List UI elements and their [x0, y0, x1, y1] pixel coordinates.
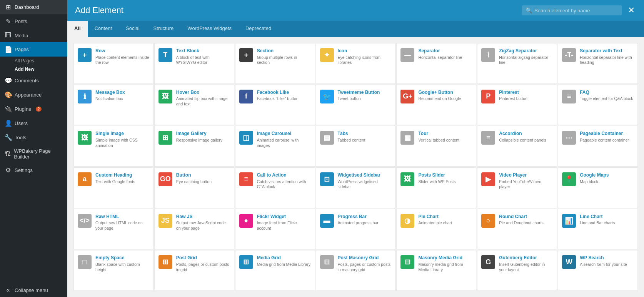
tab-wordpress-widgets[interactable]: WordPress Widgets [180, 21, 239, 37]
modal-title: Add Element [75, 5, 123, 15]
element-name: Empty Space [95, 255, 149, 261]
element-card-call-to-action[interactable]: ≡Call to ActionCatch visitors attention … [235, 167, 315, 208]
sidebar-item-collapse[interactable]: « Collapse menu [0, 283, 67, 297]
sidebar-item-appearance[interactable]: 🎨 Appearance [0, 88, 67, 102]
element-card-separator[interactable]: —SeparatorHorizontal separator line [396, 43, 476, 84]
element-name: Widgetised Sidebar [338, 172, 392, 179]
element-icon: 🐦 [320, 90, 334, 103]
element-card-message-box[interactable]: ℹMessage BoxNotification box [73, 85, 153, 125]
element-card-video-player[interactable]: ▶Video PlayerEmbed YouTube/Vimeo player [477, 167, 557, 208]
element-icon: ℹ [78, 90, 92, 103]
element-name: Round Chart [499, 214, 553, 220]
tab-all[interactable]: All [67, 21, 88, 37]
sidebar-item-posts[interactable]: ✎ Posts [0, 14, 67, 28]
sidebar: ⊞ Dashboard ✎ Posts 🎞 Media 📄 Pages All … [0, 0, 67, 297]
sidebar-item-dashboard[interactable]: ⊞ Dashboard [0, 0, 67, 14]
element-name: Google Maps [580, 172, 634, 179]
element-icon: P [481, 90, 495, 103]
element-card-round-chart[interactable]: ○Round ChartPie and Doughnut charts [477, 209, 557, 250]
element-card-line-chart[interactable]: 📊Line ChartLine and Bar charts [558, 209, 638, 250]
element-card-custom-heading[interactable]: aCustom HeadingText with Google fonts [73, 167, 153, 208]
element-card-section[interactable]: +SectionGroup multiple rows in section [235, 43, 315, 84]
sidebar-item-media[interactable]: 🎞 Media [0, 28, 67, 42]
element-desc: Catch visitors attention with CTA block [257, 179, 311, 190]
element-card-wp-search[interactable]: WWP SearchA search form for your site [558, 250, 638, 291]
element-card-masonry-media-grid[interactable]: ⊟Masonry Media GridMasonry media grid fr… [396, 250, 476, 291]
element-desc: Output raw JavaScript code on your page [176, 220, 230, 231]
element-card-flickr-widget[interactable]: ●Flickr WidgetImage feed from Flickr acc… [235, 209, 315, 250]
sidebar-sub-add-new[interactable]: Add New [0, 65, 67, 73]
element-icon: □ [78, 255, 92, 269]
element-card-faq[interactable]: ≡FAQToggle element for Q&A block [558, 85, 638, 125]
element-name: Flickr Widget [257, 214, 311, 220]
appearance-icon: 🎨 [5, 91, 12, 98]
element-card-posts-slider[interactable]: 🖼Posts SliderSlider with WP Posts [396, 167, 476, 208]
media-icon: 🎞 [5, 32, 12, 39]
element-desc: A block of text with WYSIWYG editor [176, 55, 230, 65]
element-card-google-maps[interactable]: 📍Google MapsMap block [558, 167, 638, 208]
element-card-zigzag-separator[interactable]: ⌇ZigZag SeparatorHorizontal zigzag separ… [477, 43, 557, 84]
element-card-tabs[interactable]: ▤TabsTabbed content [316, 126, 396, 167]
element-card-button[interactable]: GOButtonEye catching button [154, 167, 234, 208]
sidebar-item-users[interactable]: 👤 Users [0, 116, 67, 130]
tools-icon: 🔧 [5, 134, 12, 141]
element-name: Media Grid [257, 255, 311, 261]
sidebar-item-wpbakery[interactable]: 🏗 WPBakery Page Builder [0, 145, 67, 163]
close-button[interactable]: ✕ [626, 5, 636, 15]
element-name: Button [176, 172, 230, 179]
element-name: FAQ [580, 90, 634, 96]
element-card-media-grid[interactable]: ⊞Media GridMedia grid from Media Library [235, 250, 315, 291]
element-icon: ◑ [400, 214, 414, 228]
element-card-progress-bar[interactable]: ▬Progress BarAnimated progress bar [316, 209, 396, 250]
element-card-row[interactable]: +RowPlace content elements inside the ro… [73, 43, 153, 84]
element-card-gutenberg-editor[interactable]: GGutenberg EditorInsert Gutenberg editor… [477, 250, 557, 291]
wpbakery-icon: 🏗 [5, 150, 11, 157]
element-desc: Text with Google fonts [95, 179, 149, 185]
element-name: Raw HTML [95, 214, 149, 220]
element-card-raw-html[interactable]: </>Raw HTMLOutput raw HTML code on your … [73, 209, 153, 250]
element-card-accordion[interactable]: ≡AccordionCollapsible content panels [477, 126, 557, 167]
element-card-post-masonry-grid[interactable]: ⊟Post Masonry GridPosts, pages or custom… [316, 250, 396, 291]
element-card-separator-with-text[interactable]: -T-Separator with TextHorizontal separat… [558, 43, 638, 84]
sidebar-item-pages[interactable]: 📄 Pages [0, 42, 67, 57]
element-card-image-gallery[interactable]: ⊞Image GalleryResponsive image gallery [154, 126, 234, 167]
search-icon: 🔍 [526, 7, 532, 13]
element-card-tweetmeme-button[interactable]: 🐦Tweetmeme ButtonTweet button [316, 85, 396, 125]
element-card-post-grid[interactable]: ⊞Post GridPosts, pages or custom posts i… [154, 250, 234, 291]
element-desc: Posts, pages or custom posts in masonry … [338, 262, 392, 272]
tab-social[interactable]: Social [119, 21, 146, 37]
element-desc: WordPress widgetised sidebar [338, 179, 392, 190]
element-card-image-carousel[interactable]: ◫Image CarouselAnimated carousel with im… [235, 126, 315, 167]
tab-content[interactable]: Content [88, 21, 119, 37]
element-card-single-image[interactable]: 🖼Single ImageSimple image with CSS anima… [73, 126, 153, 167]
element-card-google+-button[interactable]: G+Google+ ButtonRecommend on Google [396, 85, 476, 125]
element-icon: -T- [562, 48, 576, 62]
element-card-widgetised-sidebar[interactable]: ⊡Widgetised SidebarWordPress widgetised … [316, 167, 396, 208]
sidebar-item-tools[interactable]: 🔧 Tools [0, 130, 67, 145]
element-icon: — [400, 48, 414, 62]
element-card-tour[interactable]: ▦TourVertical tabbed content [396, 126, 476, 167]
element-icon: ◫ [239, 131, 253, 145]
search-input[interactable] [534, 8, 618, 13]
tab-structure[interactable]: Structure [147, 21, 181, 37]
sidebar-item-comments[interactable]: 💬 Comments [0, 73, 67, 88]
element-card-facebook-like[interactable]: fFacebook LikeFacebook "Like" button [235, 85, 315, 125]
element-card-empty-space[interactable]: □Empty SpaceBlank space with custom heig… [73, 250, 153, 291]
element-card-icon[interactable]: ✦IconEye catching icons from libraries [316, 43, 396, 84]
element-desc: Masonry media grid from Media Library [418, 262, 472, 272]
element-card-pie-chart[interactable]: ◑Pie ChartAnimated pie chart [396, 209, 476, 250]
element-card-text-block[interactable]: TText BlockA block of text with WYSIWYG … [154, 43, 234, 84]
element-card-hover-box[interactable]: 🖼Hover BoxAnimated flip box with image a… [154, 85, 234, 125]
element-desc: Map block [580, 179, 634, 185]
element-card-pageable-container[interactable]: ⋯Pageable ContainerPageable content cont… [558, 126, 638, 167]
element-card-raw-js[interactable]: JSRaw JSOutput raw JavaScript code on yo… [154, 209, 234, 250]
tab-deprecated[interactable]: Deprecated [239, 21, 278, 37]
plugins-icon: 🔌 [5, 105, 12, 113]
sidebar-item-settings[interactable]: ⚙ Settings [0, 163, 67, 177]
search-box[interactable]: 🔍 [522, 5, 622, 15]
sidebar-item-plugins[interactable]: 🔌 Plugins 2 [0, 102, 67, 116]
sidebar-sub-all-pages[interactable]: All Pages [0, 57, 67, 65]
element-icon: ≡ [562, 90, 576, 103]
element-card-pinterest[interactable]: PPinterestPinterest button [477, 85, 557, 125]
element-name: Pageable Container [580, 131, 634, 137]
